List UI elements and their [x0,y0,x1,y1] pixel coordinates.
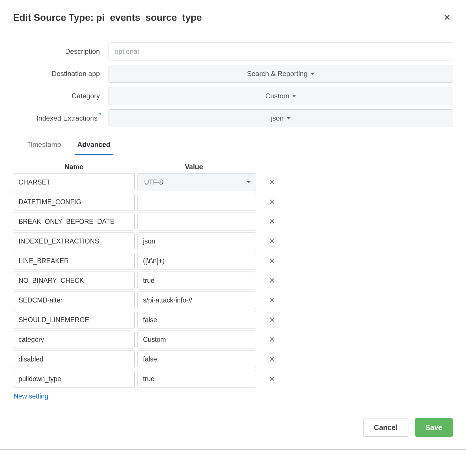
setting-value-input[interactable] [137,311,256,329]
setting-value-label: UTF-8 [144,178,163,186]
setting-name-input[interactable] [13,350,135,368]
chevron-down-icon [292,95,296,97]
category-value: Custom [265,92,289,100]
setting-name-input[interactable] [13,173,135,191]
setting-name-input[interactable] [13,213,135,230]
table-row: ✕ [13,252,453,270]
delete-row-icon[interactable]: ✕ [259,335,285,344]
setting-name-input[interactable] [13,272,135,289]
edit-source-type-modal: Edit Source Type: pi_events_source_type … [0,0,466,450]
destination-app-value: Search & Reporting [247,70,307,78]
setting-name-input[interactable] [13,232,135,250]
description-input[interactable] [109,43,453,60]
table-row: ✕ [13,232,453,250]
table-row: ✕ [13,291,453,309]
save-button[interactable]: Save [415,418,453,437]
setting-value-input[interactable] [137,213,256,230]
setting-name-input[interactable] [13,311,135,329]
tab-advanced[interactable]: Advanced [75,136,113,155]
col-name-header: Name [13,163,135,171]
close-icon[interactable]: ✕ [441,11,453,24]
table-row: ✕ [13,193,453,211]
chevron-down-icon [241,174,256,191]
new-setting-link[interactable]: New setting [13,390,49,403]
setting-name-input[interactable] [13,252,135,270]
setting-value-input[interactable] [137,193,256,211]
setting-value-input[interactable] [137,370,256,388]
indexed-extractions-row: Indexed Extractions? json [13,109,453,127]
setting-name-input[interactable] [13,331,135,348]
help-icon[interactable]: ? [99,112,101,117]
setting-name-input[interactable] [13,193,135,211]
delete-row-icon[interactable]: ✕ [259,316,285,324]
category-select[interactable]: Custom [109,87,453,105]
table-row: ✕ [13,272,453,289]
setting-value-input[interactable] [137,350,256,368]
indexed-extractions-select[interactable]: json [109,109,453,127]
destination-app-row: Destination app Search & Reporting [13,65,453,83]
description-label: Description [13,47,109,56]
setting-value-input[interactable] [137,252,256,270]
delete-row-icon[interactable]: ✕ [259,374,285,383]
chevron-down-icon [311,73,315,75]
delete-row-icon[interactable]: ✕ [259,217,285,226]
modal-body: Description Destination app Search & Rep… [0,32,466,405]
table-row: ✕ [13,350,453,368]
destination-app-select[interactable]: Search & Reporting [109,65,453,83]
setting-name-input[interactable] [13,291,135,309]
category-row: Category Custom [13,87,453,105]
setting-value-input[interactable] [137,291,256,309]
description-row: Description [13,43,453,60]
destination-app-label: Destination app [13,70,109,78]
setting-name-input[interactable] [13,370,135,388]
delete-row-icon[interactable]: ✕ [259,276,285,285]
modal-title: Edit Source Type: pi_events_source_type [13,12,202,23]
advanced-table-header: Name Value [13,162,453,173]
table-row: UTF-8✕ [13,173,453,191]
table-row: ✕ [13,331,453,348]
delete-row-icon[interactable]: ✕ [259,296,285,305]
setting-value-input[interactable] [137,232,256,250]
chevron-down-icon [287,117,291,119]
tabs: Timestamp Advanced [13,136,453,155]
modal-footer: Cancel Save [0,405,466,449]
cancel-button[interactable]: Cancel [363,418,408,437]
col-value-header: Value [135,163,253,171]
delete-row-icon[interactable]: ✕ [259,257,285,265]
setting-value-input[interactable] [137,272,256,289]
advanced-rows: UTF-8✕✕✕✕✕✕✕✕✕✕✕ [13,173,453,388]
table-row: ✕ [13,311,453,329]
delete-row-icon[interactable]: ✕ [259,198,285,206]
table-row: ✕ [13,370,453,388]
category-label: Category [13,92,109,100]
setting-value-select[interactable]: UTF-8 [137,173,256,191]
indexed-extractions-label: Indexed Extractions? [13,114,109,122]
indexed-extractions-value: json [271,114,284,122]
delete-row-icon[interactable]: ✕ [259,237,285,246]
tab-timestamp[interactable]: Timestamp [25,136,63,155]
modal-header: Edit Source Type: pi_events_source_type … [0,0,466,32]
delete-row-icon[interactable]: ✕ [259,355,285,364]
setting-value-input[interactable] [137,331,256,348]
delete-row-icon[interactable]: ✕ [259,178,285,187]
table-row: ✕ [13,213,453,230]
